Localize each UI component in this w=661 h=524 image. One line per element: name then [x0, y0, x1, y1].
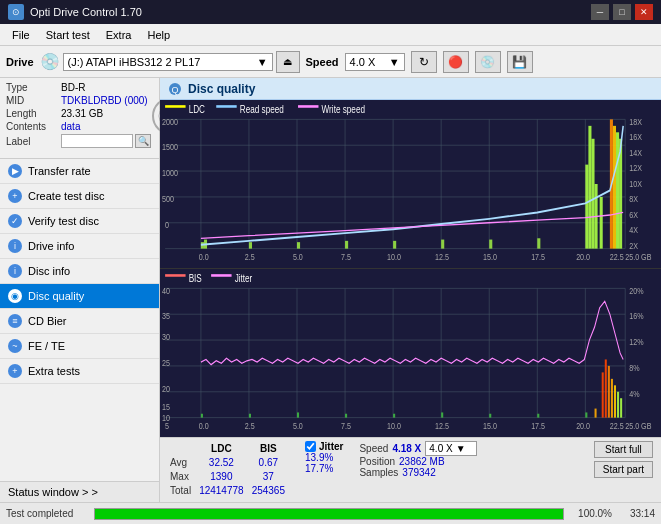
- bottom-chart-svg: BIS Jitter: [160, 269, 661, 437]
- start-part-button[interactable]: Start part: [594, 461, 653, 478]
- jitter-header-row: Jitter: [305, 441, 343, 452]
- disc-label-input[interactable]: [61, 134, 133, 148]
- avg-ldc: 32.52: [199, 457, 250, 469]
- extra-tests-icon: +: [8, 364, 22, 378]
- svg-text:5.0: 5.0: [293, 252, 303, 262]
- svg-rect-119: [297, 412, 299, 417]
- contents-label: Contents: [6, 121, 61, 132]
- disc-color-button[interactable]: 🔴: [443, 51, 469, 73]
- samples-row: Samples 379342: [359, 467, 477, 478]
- svg-text:0: 0: [165, 220, 169, 230]
- svg-text:6X: 6X: [629, 210, 638, 220]
- bottom-status-bar: Test completed 100.0% 33:14: [0, 502, 661, 524]
- eject-button[interactable]: ⏏: [276, 51, 300, 73]
- svg-rect-118: [249, 414, 251, 418]
- speed-label: Speed: [306, 56, 339, 68]
- drive-dropdown[interactable]: (J:) ATAPI iHBS312 2 PL17 ▼: [63, 53, 273, 71]
- position-value: 23862 MB: [399, 456, 445, 467]
- speed-col-label: Speed: [359, 443, 388, 454]
- disc-image-button[interactable]: 💿: [475, 51, 501, 73]
- disc-panel: Type BD-R MID TDKBLDRBD (000) Length 23.…: [0, 78, 159, 159]
- stats-panel: LDC BIS Avg 32.52 0.67 Max 1390 37 Tot: [160, 437, 661, 502]
- svg-text:14X: 14X: [629, 148, 642, 158]
- sidebar-item-disc-info[interactable]: i Disc info: [0, 259, 159, 284]
- svg-rect-120: [345, 414, 347, 418]
- drive-info-icon: i: [8, 239, 22, 253]
- disc-quality-icon: ◉: [8, 289, 22, 303]
- svg-rect-65: [591, 139, 594, 249]
- jitter-max-row: 17.7%: [305, 463, 343, 474]
- speed-select-dropdown[interactable]: 4.0 X ▼: [425, 441, 477, 456]
- chevron-down-icon: ▼: [257, 56, 268, 68]
- svg-text:20: 20: [162, 384, 170, 394]
- svg-text:2X: 2X: [629, 241, 638, 251]
- svg-text:5: 5: [165, 421, 169, 431]
- svg-rect-130: [611, 379, 613, 418]
- save-button[interactable]: 💾: [507, 51, 533, 73]
- maximize-button[interactable]: □: [613, 4, 631, 20]
- jitter-max-value: 17.7%: [305, 463, 333, 474]
- jitter-avg-row: 13.9%: [305, 452, 343, 463]
- menu-extra[interactable]: Extra: [98, 27, 140, 43]
- jitter-avg-value: 13.9%: [305, 452, 333, 463]
- avg-bis: 0.67: [252, 457, 291, 469]
- menu-bar: File Start test Extra Help: [0, 24, 661, 46]
- sidebar-item-drive-info[interactable]: i Drive info: [0, 234, 159, 259]
- label-search-button[interactable]: 🔍: [135, 134, 151, 148]
- drive-label: Drive: [6, 56, 34, 68]
- disc-contents-row: Contents data: [6, 121, 151, 132]
- svg-rect-59: [393, 241, 396, 249]
- menu-help[interactable]: Help: [139, 27, 178, 43]
- svg-text:4X: 4X: [629, 225, 638, 235]
- status-window-button[interactable]: Status window > >: [0, 481, 159, 502]
- sidebar-item-cd-bier[interactable]: ≡ CD Bier: [0, 309, 159, 334]
- progress-percent: 100.0%: [572, 508, 612, 519]
- sidebar: Type BD-R MID TDKBLDRBD (000) Length 23.…: [0, 78, 160, 502]
- main-area: Drive 💿 (J:) ATAPI iHBS312 2 PL17 ▼ ⏏ Sp…: [0, 46, 661, 524]
- sidebar-item-transfer-rate[interactable]: ▶ Transfer rate: [0, 159, 159, 184]
- svg-text:Read speed: Read speed: [240, 104, 284, 115]
- svg-text:15.0: 15.0: [483, 252, 497, 262]
- svg-text:Q: Q: [171, 85, 178, 95]
- ldc-header: LDC: [199, 443, 250, 455]
- close-button[interactable]: ✕: [635, 4, 653, 20]
- svg-rect-126: [595, 409, 597, 418]
- svg-text:20%: 20%: [629, 286, 643, 296]
- menu-file[interactable]: File: [4, 27, 38, 43]
- speed-dropdown-chevron: ▼: [456, 443, 466, 454]
- sidebar-item-disc-quality[interactable]: ◉ Disc quality: [0, 284, 159, 309]
- svg-text:12%: 12%: [629, 337, 643, 347]
- drive-disc-icon: 💿: [40, 52, 60, 71]
- svg-rect-67: [600, 197, 603, 249]
- svg-rect-128: [605, 359, 607, 417]
- fe-te-label: FE / TE: [28, 340, 65, 352]
- samples-value: 379342: [402, 467, 435, 478]
- svg-rect-11: [298, 105, 318, 108]
- speed-header-row: Speed 4.18 X 4.0 X ▼: [359, 441, 477, 456]
- svg-rect-129: [608, 366, 610, 418]
- jitter-checkbox[interactable]: [305, 441, 316, 452]
- disc-header: Type BD-R MID TDKBLDRBD (000) Length 23.…: [6, 82, 153, 150]
- sidebar-item-extra-tests[interactable]: + Extra tests: [0, 359, 159, 384]
- status-text: Test completed: [6, 508, 86, 519]
- svg-rect-70: [616, 132, 619, 248]
- nav-items: ▶ Transfer rate + Create test disc ✓ Ver…: [0, 159, 159, 481]
- start-full-button[interactable]: Start full: [594, 441, 653, 458]
- svg-text:LDC: LDC: [189, 104, 206, 115]
- verify-test-icon: ✓: [8, 214, 22, 228]
- sidebar-item-fe-te[interactable]: ~ FE / TE: [0, 334, 159, 359]
- speed-dropdown[interactable]: 4.0 X ▼: [345, 53, 405, 71]
- sidebar-item-create-test-disc[interactable]: + Create test disc: [0, 184, 159, 209]
- disc-quality-header-icon: Q: [168, 82, 182, 96]
- sidebar-item-verify-test-disc[interactable]: ✓ Verify test disc: [0, 209, 159, 234]
- svg-rect-122: [441, 412, 443, 417]
- svg-rect-62: [537, 238, 540, 248]
- fe-te-icon: ~: [8, 339, 22, 353]
- minimize-button[interactable]: ─: [591, 4, 609, 20]
- refresh-button[interactable]: ↻: [411, 51, 437, 73]
- svg-text:4%: 4%: [629, 389, 639, 399]
- samples-label: Samples: [359, 467, 398, 478]
- drive-info-label: Drive info: [28, 240, 74, 252]
- menu-start-test[interactable]: Start test: [38, 27, 98, 43]
- svg-text:12.5: 12.5: [435, 252, 449, 262]
